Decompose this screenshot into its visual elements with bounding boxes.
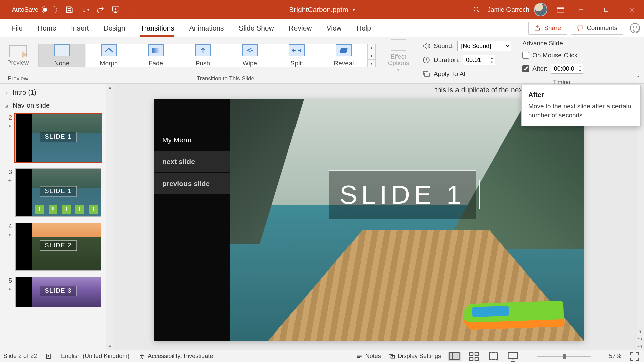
toggle-off-icon[interactable] xyxy=(42,6,57,13)
prev-slide-icon[interactable]: ≡▲ xyxy=(637,335,644,343)
display-settings-button[interactable]: Display Settings xyxy=(388,353,441,360)
next-slide-icon[interactable]: ≡▼ xyxy=(637,343,644,350)
duration-field[interactable] xyxy=(463,57,489,64)
zoom-level[interactable]: 57% xyxy=(609,353,621,360)
transition-reveal[interactable]: Reveal xyxy=(320,44,367,67)
transition-wipe[interactable]: Wipe xyxy=(226,44,273,67)
on-mouse-checkbox-input[interactable] xyxy=(522,52,529,59)
preview-label: Preview xyxy=(7,59,29,66)
transition-morph[interactable]: Morph xyxy=(86,44,132,67)
sound-select[interactable]: [No Sound] xyxy=(457,41,511,51)
tab-view[interactable]: View xyxy=(319,19,349,37)
slide-title-text: SLIDE 1 xyxy=(340,180,465,210)
zoom-out-button[interactable]: − xyxy=(526,353,530,360)
tab-transitions[interactable]: Transitions xyxy=(133,19,182,37)
tab-slideshow[interactable]: Slide Show xyxy=(231,19,281,37)
spin-down[interactable]: ▼ xyxy=(577,69,583,73)
tab-home[interactable]: Home xyxy=(30,19,64,37)
apply-all-button[interactable]: Apply To All xyxy=(422,69,511,79)
spin-down[interactable]: ▼ xyxy=(489,60,495,65)
present-from-start-icon[interactable] xyxy=(111,5,120,14)
thumbnails-scrollbar[interactable]: ▲ ▼ xyxy=(106,84,114,350)
after-field[interactable] xyxy=(551,65,577,72)
tab-design[interactable]: Design xyxy=(96,19,132,37)
menu-previous-slide[interactable]: previous slide xyxy=(154,173,230,194)
fit-to-window-icon[interactable] xyxy=(629,352,641,361)
ribbon-display-icon[interactable] xyxy=(556,5,565,14)
on-mouse-click-checkbox[interactable]: On Mouse Click xyxy=(522,50,583,60)
slide-thumbnail-5[interactable]: SLIDE 3 xyxy=(15,277,101,307)
language-button[interactable]: English (United Kingdom) xyxy=(61,353,129,360)
slide-position[interactable]: Slide 2 of 22 xyxy=(3,353,37,360)
search-icon[interactable] xyxy=(473,5,481,14)
gallery-more[interactable]: ▾ xyxy=(368,60,375,67)
gallery-scroll-up[interactable]: ▲ xyxy=(368,44,375,52)
tab-help[interactable]: Help xyxy=(349,19,378,37)
zoom-slider[interactable] xyxy=(537,356,591,357)
undo-icon[interactable]: ▾ xyxy=(80,5,89,14)
tab-file[interactable]: File xyxy=(4,19,30,37)
slide-thumbnail-4[interactable]: SLIDE 2 xyxy=(15,223,101,271)
spellcheck-button[interactable] xyxy=(46,353,52,360)
transition-fade[interactable]: Fade xyxy=(132,44,179,67)
autosave-toggle[interactable]: AutoSave Off xyxy=(12,6,57,13)
share-button[interactable]: Share xyxy=(528,22,567,35)
normal-view-icon[interactable] xyxy=(448,352,461,361)
spin-up[interactable]: ▲ xyxy=(489,55,495,60)
transition-split[interactable]: Split xyxy=(273,44,320,67)
duration-input[interactable]: ▲▼ xyxy=(463,55,495,65)
scroll-down-icon[interactable]: ▼ xyxy=(637,328,644,335)
group-label: Transition to This Slide xyxy=(197,75,254,83)
comments-button[interactable]: Comments xyxy=(571,22,623,35)
chevron-right-icon: ▷ xyxy=(5,90,9,95)
accessibility-button[interactable]: Accessibility: Investigate xyxy=(138,353,213,360)
close-button[interactable] xyxy=(623,0,641,19)
after-checkbox-input[interactable] xyxy=(522,65,529,72)
slide-thumbnail-2[interactable]: SLIDE 1 xyxy=(15,114,101,162)
transition-none[interactable]: None xyxy=(39,44,86,67)
slide-sorter-icon[interactable] xyxy=(468,352,480,361)
slide-canvas[interactable]: My Menu next slide previous slide SLIDE … xyxy=(154,99,584,341)
chevron-down-icon[interactable]: ▾ xyxy=(353,7,355,12)
tab-label: Slide Show xyxy=(239,24,274,32)
animation-star-icon: ✦ xyxy=(8,286,12,292)
minimize-button[interactable] xyxy=(572,0,590,19)
reveal-icon xyxy=(336,44,352,56)
slide-title-box[interactable]: SLIDE 1 xyxy=(329,170,476,219)
svg-point-1 xyxy=(474,7,478,11)
svg-rect-15 xyxy=(475,352,479,355)
tab-insert[interactable]: Insert xyxy=(64,19,96,37)
scroll-down-icon[interactable]: ▼ xyxy=(106,343,114,350)
transition-push[interactable]: Push xyxy=(179,44,226,67)
notes-button[interactable]: Notes xyxy=(356,353,381,360)
menu-next-slide[interactable]: next slide xyxy=(154,151,230,172)
preview-button[interactable]: Preview xyxy=(6,45,31,66)
tooltip-after: After Move to the next slide after a cer… xyxy=(521,85,641,126)
tab-review[interactable]: Review xyxy=(281,19,319,37)
tab-animations[interactable]: Animations xyxy=(182,19,231,37)
qat-customize-icon[interactable] xyxy=(127,5,133,14)
save-icon[interactable] xyxy=(65,5,74,14)
spin-up[interactable]: ▲ xyxy=(577,64,583,69)
after-duration-input[interactable]: ▲▼ xyxy=(551,64,583,74)
section-intro[interactable]: ▷ Intro (1) xyxy=(3,86,112,99)
section-label: Intro (1) xyxy=(13,88,36,96)
scroll-up-icon[interactable]: ▲ xyxy=(106,84,114,91)
sound-label: Sound: xyxy=(434,42,454,50)
slideshow-view-icon[interactable] xyxy=(507,352,519,361)
zoom-in-button[interactable]: + xyxy=(598,353,602,360)
redo-icon[interactable] xyxy=(96,5,105,14)
gallery-scroll-down[interactable]: ▼ xyxy=(368,52,375,60)
document-title[interactable]: BrightCarbon.pptm ▾ xyxy=(289,6,355,14)
feedback-icon[interactable] xyxy=(630,23,640,33)
group-label: Preview xyxy=(8,75,28,83)
svg-rect-13 xyxy=(450,352,452,359)
reading-view-icon[interactable] xyxy=(487,352,499,361)
slide-thumbnail-3[interactable]: SLIDE 1 ⬇⬇⬇⬇⬇ xyxy=(15,168,101,217)
account-button[interactable]: Jamie Garroch xyxy=(487,3,547,16)
sound-icon xyxy=(422,42,430,50)
item-label: Split xyxy=(290,60,303,67)
section-nav-on-slide[interactable]: ◢ Nav on slide xyxy=(3,99,112,112)
collapse-ribbon-icon[interactable]: ⌃ xyxy=(636,75,640,81)
maximize-button[interactable] xyxy=(597,0,616,19)
